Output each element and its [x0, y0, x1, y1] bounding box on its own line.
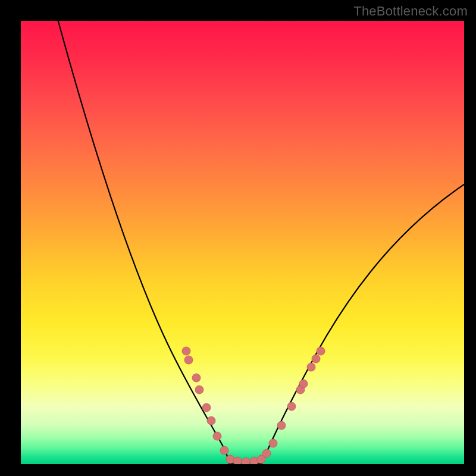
data-dot [299, 380, 308, 388]
data-dot [307, 363, 315, 371]
right-curve [262, 184, 464, 464]
data-dot [262, 449, 271, 458]
data-dot [287, 402, 296, 411]
data-dot [312, 355, 320, 363]
plot-area [21, 21, 464, 464]
data-dot [277, 421, 286, 430]
data-dot [192, 374, 201, 382]
data-dot [269, 439, 277, 447]
left-curve [57, 21, 229, 464]
data-dot [317, 347, 325, 355]
data-dot [220, 446, 228, 455]
data-dot [213, 432, 221, 440]
data-dot [202, 403, 211, 412]
watermark-text: TheBottleneck.com [353, 4, 468, 19]
chart-svg [21, 21, 464, 464]
data-dot [184, 356, 193, 364]
data-dot [182, 347, 190, 355]
data-dot [233, 457, 242, 464]
data-dot [207, 416, 215, 425]
data-dots [182, 347, 325, 464]
data-dot [195, 386, 203, 394]
outer-frame: TheBottleneck.com [0, 0, 476, 476]
data-dot [242, 458, 250, 464]
